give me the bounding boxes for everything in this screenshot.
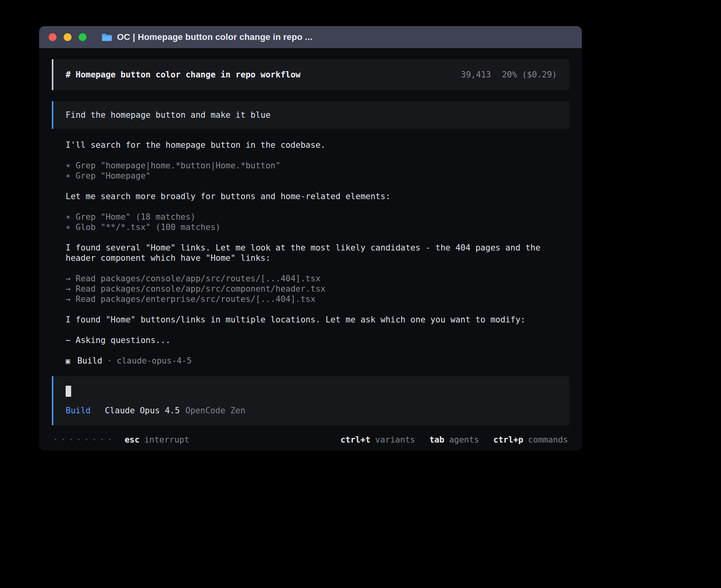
input-model-label: Claude Opus 4.5: [105, 405, 180, 416]
token-count: 39,413: [461, 70, 491, 80]
titlebar-title-group: OC | Homepage button color change in rep…: [102, 32, 312, 42]
tool-call-group: ∗ Grep "Home" (18 matches) ∗ Glob "**/*.…: [52, 212, 569, 232]
shortcut-label: variants: [375, 435, 415, 445]
status-bar-left: ········ esc interrupt: [53, 435, 189, 445]
close-window-button[interactable]: [49, 33, 57, 41]
assistant-message: Let me search more broadly for buttons a…: [52, 191, 569, 202]
traffic-lights: [49, 33, 87, 41]
tool-call-read: → Read packages/console/app/src/componen…: [66, 284, 569, 294]
session-header: # Homepage button color change in repo w…: [52, 59, 569, 90]
context-usage: 20% ($0.29): [502, 70, 557, 80]
tool-call-grep: ∗ Grep "Homepage": [66, 171, 569, 181]
spinner-dots: ········: [53, 435, 115, 445]
assistant-message: I found "Home" buttons/links in multiple…: [52, 315, 569, 325]
shortcut-key: tab: [429, 435, 444, 445]
esc-key-label: interrupt: [144, 435, 189, 445]
assistant-activity: ~ Asking questions...: [52, 335, 569, 345]
shortcut-agents: tab agents: [429, 435, 479, 445]
assistant-message: I found several "Home" links. Let me loo…: [52, 243, 569, 263]
user-message-text: Find the homepage button and make it blu…: [66, 110, 270, 120]
shortcut-label: commands: [528, 435, 568, 445]
status-bar-right: ctrl+t variants tab agents ctrl+p comman…: [340, 435, 568, 445]
assistant-text: I found several "Home" links. Let me loo…: [66, 243, 569, 263]
tool-call-group: → Read packages/console/app/src/routes/[…: [52, 273, 569, 304]
input-status-line: Build Claude Opus 4.5 OpenCode Zen: [66, 405, 557, 416]
agent-status-row: ▣ Build · claude-opus-4-5: [52, 356, 569, 366]
tool-call-read: → Read packages/enterprise/src/routes/[.…: [66, 294, 569, 304]
agent-name: Build: [77, 356, 102, 366]
tool-call-grep: ∗ Grep "homepage|home.*button|Home.*butt…: [66, 160, 569, 171]
terminal-content: # Homepage button color change in repo w…: [39, 48, 582, 445]
folder-icon: [102, 33, 112, 41]
shortcut-key: ctrl+p: [493, 435, 523, 445]
agent-status-icon: ▣: [66, 356, 70, 366]
session-title: # Homepage button color change in repo w…: [66, 70, 300, 80]
assistant-text: Let me search more broadly for buttons a…: [66, 191, 569, 202]
user-message: Find the homepage button and make it blu…: [52, 101, 569, 129]
minimize-window-button[interactable]: [64, 33, 72, 41]
input-provider-label: OpenCode Zen: [185, 405, 245, 416]
shortcut-key: ctrl+t: [340, 435, 370, 445]
asking-questions-status: ~ Asking questions...: [66, 335, 569, 345]
window-titlebar: OC | Homepage button color change in rep…: [39, 26, 582, 48]
esc-key-hint: esc: [125, 435, 140, 445]
shortcut-commands: ctrl+p commands: [493, 435, 568, 445]
assistant-message: I'll search for the homepage button in t…: [52, 140, 569, 150]
model-name: claude-opus-4-5: [117, 356, 192, 366]
assistant-text: I'll search for the homepage button in t…: [66, 140, 569, 150]
tool-call-glob: ∗ Glob "**/*.tsx" (100 matches): [66, 222, 569, 232]
session-meta: 39,413 20% ($0.29): [461, 70, 557, 80]
tool-call-group: ∗ Grep "homepage|home.*button|Home.*butt…: [52, 160, 569, 181]
assistant-text: I found "Home" buttons/links in multiple…: [66, 315, 569, 325]
shortcut-label: agents: [449, 435, 479, 445]
terminal-window: OC | Homepage button color change in rep…: [39, 26, 582, 450]
zoom-window-button[interactable]: [79, 33, 87, 41]
window-title: OC | Homepage button color change in rep…: [117, 32, 312, 42]
text-cursor: [66, 386, 71, 397]
status-bar: ········ esc interrupt ctrl+t variants t…: [52, 435, 569, 445]
prompt-input[interactable]: Build Claude Opus 4.5 OpenCode Zen: [52, 376, 569, 425]
input-agent-label[interactable]: Build: [66, 405, 91, 416]
shortcut-variants: ctrl+t variants: [340, 435, 415, 445]
tool-call-read: → Read packages/console/app/src/routes/[…: [66, 273, 569, 284]
separator-dot: ·: [107, 356, 112, 366]
tool-call-grep: ∗ Grep "Home" (18 matches): [66, 212, 569, 222]
